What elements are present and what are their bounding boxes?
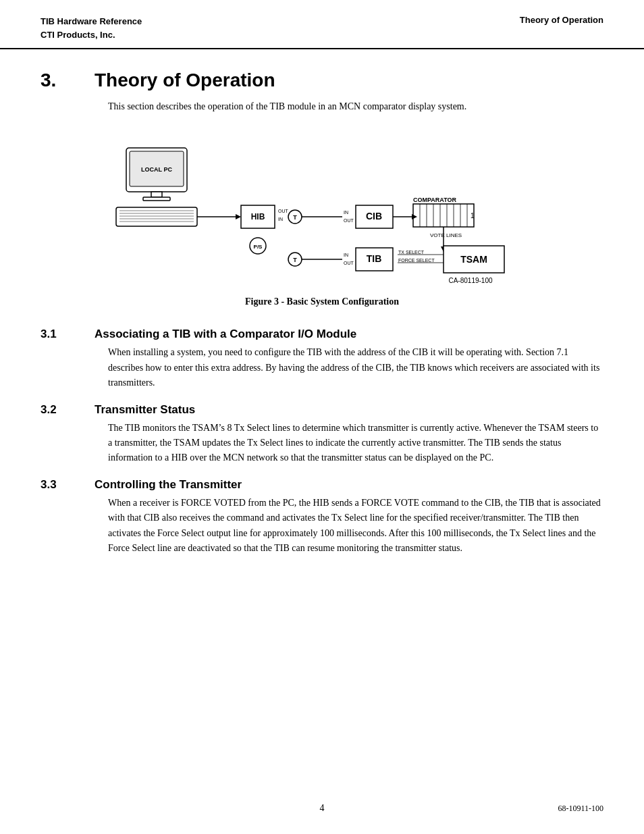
- system-diagram: LOCAL PC HIB OUT IN: [106, 134, 538, 290]
- svg-text:1: 1: [471, 212, 475, 219]
- svg-text:VOTE LINES: VOTE LINES: [430, 232, 462, 238]
- content: 3. Theory of Operation This section desc…: [0, 49, 644, 595]
- section-title-3-2: Transmitter Status: [95, 403, 195, 417]
- section-number-3-3: 3.3: [41, 478, 95, 492]
- footer-code: 68-10911-100: [558, 804, 603, 814]
- section-3-3: 3.3 Controlling the Transmitter When a r…: [41, 478, 603, 556]
- diagram-container: LOCAL PC HIB OUT IN: [41, 134, 603, 290]
- svg-rect-2: [151, 192, 162, 197]
- section-body-3-3: When a receiver is FORCE VOTED from the …: [108, 496, 603, 556]
- section-3-2: 3.2 Transmitter Status The TIB monitors …: [41, 403, 603, 466]
- figure-caption: Figure 3 - Basic System Configuration: [41, 296, 603, 307]
- section-body-3-1: When installing a system, you need to co…: [108, 345, 603, 390]
- svg-text:P/S: P/S: [254, 244, 263, 250]
- header: TIB Hardware Reference CTI Products, Inc…: [0, 0, 644, 49]
- svg-text:T: T: [293, 257, 297, 263]
- section-heading-3-1: 3.1 Associating a TIB with a Comparator …: [41, 328, 603, 341]
- svg-text:IN: IN: [344, 210, 348, 215]
- header-subtitle: CTI Products, Inc.: [41, 28, 142, 42]
- svg-text:CA-80119-100: CA-80119-100: [448, 277, 492, 284]
- svg-text:HIB: HIB: [251, 212, 265, 221]
- svg-text:CIB: CIB: [366, 211, 382, 221]
- section-body-3-2: The TIB monitors the TSAM’s 8 Tx Select …: [108, 421, 603, 466]
- chapter-title: Theory of Operation: [95, 70, 275, 91]
- svg-text:OUT: OUT: [278, 209, 289, 213]
- svg-text:IN: IN: [344, 253, 348, 257]
- footer-page-number: 4: [41, 803, 603, 814]
- footer: 4 68-10911-100: [0, 803, 644, 814]
- svg-text:T: T: [293, 214, 297, 221]
- section-title-3-1: Associating a TIB with a Comparator I/O …: [95, 328, 356, 341]
- section-3-1: 3.1 Associating a TIB with a Comparator …: [41, 328, 603, 390]
- section-number-3-1: 3.1: [41, 328, 95, 341]
- section-title-3-3: Controlling the Transmitter: [95, 478, 242, 492]
- page: TIB Hardware Reference CTI Products, Inc…: [0, 0, 644, 834]
- svg-text:TSAM: TSAM: [460, 254, 487, 265]
- svg-rect-3: [143, 197, 170, 201]
- header-left: TIB Hardware Reference CTI Products, Inc…: [41, 15, 142, 41]
- svg-rect-5: [116, 207, 197, 226]
- header-right: Theory of Operation: [520, 15, 603, 25]
- svg-marker-12: [236, 214, 241, 219]
- svg-text:COMPARATOR: COMPARATOR: [413, 197, 456, 203]
- section-heading-3-2: 3.2 Transmitter Status: [41, 403, 603, 417]
- svg-text:OUT: OUT: [344, 261, 354, 265]
- chapter-heading: 3. Theory of Operation: [41, 70, 603, 91]
- intro-text: This section describes the operation of …: [108, 99, 603, 114]
- svg-text:IN: IN: [278, 217, 283, 221]
- svg-text:TIB: TIB: [367, 253, 382, 264]
- header-title: TIB Hardware Reference: [41, 15, 142, 28]
- svg-text:TX SELECT: TX SELECT: [398, 250, 425, 255]
- chapter-number: 3.: [41, 70, 95, 91]
- svg-text:FORCE SELECT: FORCE SELECT: [398, 258, 435, 263]
- svg-text:LOCAL PC: LOCAL PC: [141, 166, 172, 173]
- section-number-3-2: 3.2: [41, 403, 95, 417]
- section-heading-3-3: 3.3 Controlling the Transmitter: [41, 478, 603, 492]
- svg-text:OUT: OUT: [344, 218, 354, 223]
- svg-rect-25: [413, 204, 474, 227]
